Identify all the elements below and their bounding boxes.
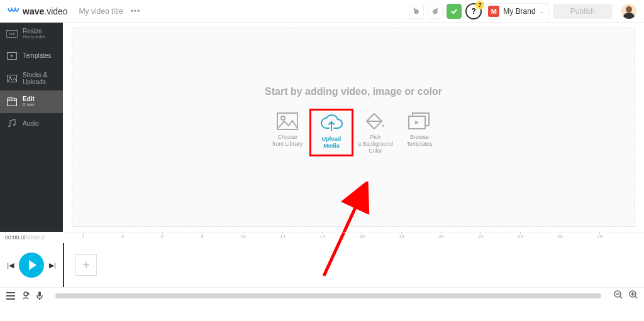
brand-name-label: My Brand: [503, 7, 535, 16]
paint-bucket-icon: [364, 111, 387, 131]
zoom-in-button[interactable]: [629, 290, 638, 302]
ruler-tick: 12: [280, 234, 286, 239]
publish-button[interactable]: Publish: [553, 4, 613, 19]
templates-stack-icon: [408, 111, 431, 131]
svg-point-6: [8, 126, 10, 127]
sidebar-item-sublabel: 0 sec: [23, 102, 35, 108]
ruler-tick: 8: [201, 234, 203, 239]
time-ruler[interactable]: 246810121416182022242628: [63, 232, 644, 243]
playback-controls: |◀ ▶|: [0, 253, 63, 278]
scrollbar-thumb[interactable]: [55, 293, 601, 298]
main-area: 16:9 ResizeHorizontal Templates Stocks &…: [0, 23, 644, 232]
music-note-icon: [6, 118, 18, 129]
skip-forward-button[interactable]: ▶|: [49, 261, 56, 269]
ruler-tick: 18: [399, 234, 404, 239]
time-ruler-row: 00:00.0/00:00.0 246810121416182022242628: [0, 232, 644, 243]
logo-text: wave.video: [23, 6, 68, 16]
top-header: wave.video My video title ••• ?7 M My Br…: [0, 0, 644, 23]
help-badge: 7: [475, 1, 484, 9]
ruler-tick: 10: [240, 234, 246, 239]
aspect-ratio-icon: 16:9: [6, 28, 18, 40]
brand-avatar: M: [488, 6, 499, 17]
logo[interactable]: wave.video: [8, 6, 68, 16]
svg-point-13: [6, 292, 8, 293]
templates-icon: [6, 50, 18, 62]
svg-rect-17: [38, 291, 41, 297]
sidebar-item-label: Templates: [23, 52, 52, 59]
svg-point-16: [24, 292, 28, 296]
sidebar-item-resize[interactable]: 16:9 ResizeHorizontal: [0, 23, 63, 45]
playback-row: |◀ ▶| +: [0, 243, 644, 287]
image-icon: [6, 73, 18, 84]
sidebar-item-stocks[interactable]: Stocks & Uploads: [0, 67, 63, 90]
svg-rect-8: [277, 113, 297, 129]
logo-icon: [8, 6, 20, 16]
action-choose-library[interactable]: Choosefrom Library: [265, 109, 309, 156]
time-display: 00:00.0/00:00.0: [0, 234, 63, 241]
horizontal-scrollbar[interactable]: [55, 293, 601, 298]
chevron-down-icon: ⌄: [540, 8, 545, 14]
help-button[interactable]: ?7: [465, 3, 482, 19]
play-icon: [29, 260, 36, 270]
library-image-icon: [276, 111, 299, 131]
ruler-tick: 20: [438, 234, 444, 239]
svg-point-7: [13, 124, 15, 126]
canvas-wrapper: Start by adding video, image or color Ch…: [63, 23, 644, 232]
skip-back-button[interactable]: |◀: [7, 261, 14, 269]
undo-button[interactable]: [409, 4, 424, 19]
svg-rect-5: [8, 100, 17, 106]
clapperboard-icon: [6, 96, 18, 107]
canvas-actions: Choosefrom Library UploadMedia Picka Bac…: [265, 109, 441, 156]
timeline-track[interactable]: +: [63, 243, 644, 287]
brand-selector[interactable]: M My Brand ⌄: [486, 3, 548, 19]
sidebar-item-edit[interactable]: Edit0 sec: [0, 90, 63, 113]
microphone-icon[interactable]: [36, 291, 43, 300]
bottom-toolbar: [0, 287, 644, 303]
header-actions: ?7 M My Brand ⌄ Publish: [409, 3, 636, 19]
zoom-out-button[interactable]: [614, 290, 623, 302]
canvas-heading: Start by adding video, image or color: [265, 86, 442, 97]
ruler-tick: 2: [82, 234, 84, 239]
canvas: Start by adding video, image or color Ch…: [72, 28, 635, 227]
sidebar-item-sublabel: Horizontal: [23, 35, 45, 40]
ruler-tick: 4: [121, 234, 124, 239]
ruler-tick: 16: [359, 234, 365, 239]
action-label: BrowseTemplates: [406, 134, 432, 148]
ruler-tick: 22: [478, 234, 484, 239]
add-clip-button[interactable]: +: [75, 254, 97, 276]
saved-indicator: [447, 4, 462, 19]
sidebar-item-audio[interactable]: Audio: [0, 113, 63, 134]
sidebar-item-label: Audio: [23, 120, 39, 127]
action-label: Choosefrom Library: [272, 134, 303, 148]
svg-text:16:9: 16:9: [9, 32, 15, 36]
ruler-tick: 26: [557, 234, 563, 239]
action-browse-templates[interactable]: BrowseTemplates: [397, 109, 441, 156]
project-title[interactable]: My video title: [79, 7, 123, 16]
left-sidebar: 16:9 ResizeHorizontal Templates Stocks &…: [0, 23, 63, 232]
ruler-tick: 28: [597, 234, 602, 239]
ruler-tick: 6: [161, 234, 164, 239]
more-menu-icon[interactable]: •••: [131, 7, 141, 16]
redo-button[interactable]: [428, 4, 443, 19]
play-button[interactable]: [19, 253, 44, 278]
sidebar-item-templates[interactable]: Templates: [0, 45, 63, 67]
sidebar-item-label: Stocks & Uploads: [23, 72, 57, 85]
action-label: UploadMedia: [322, 136, 341, 150]
cloud-upload-icon: [320, 113, 343, 133]
svg-point-4: [9, 76, 11, 78]
svg-point-14: [6, 295, 8, 297]
user-avatar[interactable]: [621, 4, 636, 19]
svg-point-15: [6, 298, 8, 300]
svg-point-9: [281, 116, 285, 120]
action-pick-color[interactable]: Picka BackgroundColor: [353, 109, 397, 156]
action-upload-media[interactable]: UploadMedia: [309, 109, 353, 156]
ruler-tick: 24: [518, 234, 523, 239]
ruler-tick: 14: [319, 234, 325, 239]
voiceover-icon[interactable]: [21, 291, 30, 300]
action-label: Picka BackgroundColor: [358, 134, 393, 154]
list-view-icon[interactable]: [6, 292, 15, 300]
